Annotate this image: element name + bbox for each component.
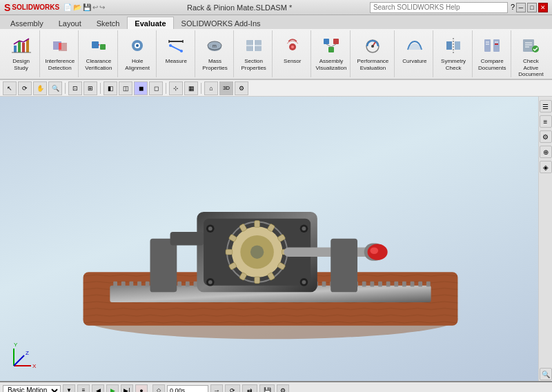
svg-rect-54 <box>137 282 141 287</box>
svg-rect-30 <box>328 47 334 52</box>
minus-icon[interactable]: ─ <box>516 3 526 12</box>
search-input[interactable] <box>370 2 508 13</box>
svg-rect-123 <box>331 239 357 293</box>
logo-s: S <box>4 2 10 13</box>
viewport-wrapper: Y X Z ☰ ≡ ⚙ ⊕ ◈ 🔍 <box>0 97 552 381</box>
check-active-button[interactable]: Check ActiveDocument <box>514 33 547 79</box>
step-forward-button[interactable]: ▶| <box>121 384 133 393</box>
group-assembly-viz-items: AssemblyVisualization <box>315 30 348 77</box>
svg-rect-77 <box>322 282 326 287</box>
search-icon[interactable]: 🔍 <box>540 368 552 380</box>
perf-eval-button[interactable]: PerformanceEvaluation <box>353 33 393 72</box>
section-view[interactable]: ▦ <box>184 81 198 95</box>
record-button[interactable]: ● <box>135 384 148 393</box>
sep1 <box>65 83 66 94</box>
curvature-button[interactable]: Curvature <box>398 33 431 72</box>
perf-eval-icon <box>362 35 384 57</box>
svg-line-126 <box>14 355 24 366</box>
svg-rect-52 <box>121 282 126 287</box>
new-icon[interactable]: 📄 <box>63 3 72 11</box>
design-study-button[interactable]: DesignStudy <box>5 33 38 72</box>
motion-type-select[interactable]: Basic Motion <box>3 385 61 393</box>
wireframe[interactable]: ◻ <box>149 81 163 95</box>
pointer-tool[interactable]: ↖ <box>3 81 17 95</box>
symmetry-button[interactable]: SymmetryCheck <box>437 33 470 72</box>
assembly-viz-button[interactable]: AssemblyVisualization <box>315 33 348 72</box>
save-icon[interactable]: 💾 <box>83 3 91 11</box>
hidden-lines[interactable]: ◫ <box>119 81 132 95</box>
hole-button[interactable]: HoleAlignment <box>121 33 154 72</box>
view-options[interactable]: ⚙ <box>235 81 248 95</box>
svg-rect-105 <box>255 221 260 228</box>
svg-point-104 <box>250 246 264 259</box>
ribbon-tab-bar: Assembly Layout Sketch Evaluate SOLIDWOR… <box>0 15 552 29</box>
group-symmetry-items: SymmetryCheck <box>437 30 470 77</box>
motion-toolbar: Basic Motion ▼ ≡ ◀ ▶ ▶| ● ◇ 0.00s → ⟳ ⇄ … <box>0 382 552 392</box>
group-clearance-items: ClearanceVerification <box>82 30 115 77</box>
question-icon[interactable]: ? <box>511 3 515 12</box>
measure-button[interactable]: Measure <box>159 33 193 72</box>
symmetry-icon <box>442 35 464 57</box>
zoom-fit[interactable]: ⊡ <box>68 81 82 95</box>
shaded[interactable]: ◼ <box>134 81 148 95</box>
3d-viewport[interactable]: Y X Z ☰ ≡ ⚙ ⊕ ◈ 🔍 <box>0 97 552 381</box>
group-compare-items: CompareDocuments <box>475 30 509 77</box>
view-3d[interactable]: 3D <box>219 81 233 95</box>
assembly-viz-icon <box>320 35 342 57</box>
section-button[interactable]: SectionProperties <box>237 33 270 72</box>
compare-button[interactable]: CompareDocuments <box>475 33 509 72</box>
svg-rect-2 <box>22 43 25 52</box>
view-orient[interactable]: ⌂ <box>204 81 218 95</box>
close-icon[interactable]: ✕ <box>538 3 548 12</box>
zoom-tool[interactable]: 🔍 <box>48 81 62 95</box>
display-style[interactable]: ◧ <box>103 81 117 95</box>
loop-button[interactable]: ⟳ <box>225 384 240 393</box>
interference-button[interactable]: InterferenceDetection <box>43 33 77 72</box>
svg-point-96 <box>302 227 306 231</box>
filter-button[interactable]: ▼ <box>63 384 75 393</box>
redo-icon[interactable]: ↪ <box>99 3 105 11</box>
dim-xpert-icon[interactable]: ⊕ <box>540 146 552 158</box>
restore-icon[interactable]: □ <box>527 3 537 12</box>
group-mass: m MassProperties <box>197 30 234 77</box>
mass-icon: m <box>204 35 226 57</box>
clearance-icon <box>88 35 110 57</box>
play-button[interactable]: ▶ <box>106 384 119 393</box>
play-back-button[interactable]: ◀ <box>92 384 104 393</box>
bounce-button[interactable]: ⇄ <box>242 384 257 393</box>
group-hole: HoleAlignment <box>119 30 157 77</box>
tab-evaluate[interactable]: Evaluate <box>127 17 173 29</box>
svg-rect-121 <box>150 239 177 293</box>
svg-point-17 <box>169 44 172 47</box>
clearance-button[interactable]: ClearanceVerification <box>82 33 115 72</box>
svg-rect-114 <box>226 249 233 255</box>
properties-button[interactable]: ≡ <box>77 384 90 393</box>
group-design-study-items: DesignStudy <box>5 30 38 76</box>
standard-views[interactable]: ⊹ <box>169 81 183 95</box>
tab-addins[interactable]: SOLIDWORKS Add-Ins <box>174 17 268 29</box>
open-icon[interactable]: 📂 <box>73 3 81 11</box>
pan-tool[interactable]: ✋ <box>33 81 47 95</box>
config-manager-icon[interactable]: ⚙ <box>540 130 552 143</box>
tab-sketch[interactable]: Sketch <box>89 17 128 29</box>
save-anim[interactable]: 💾 <box>259 384 275 393</box>
undo-icon[interactable]: ↩ <box>92 3 98 11</box>
hole-icon <box>126 35 148 57</box>
key-button[interactable]: ◇ <box>152 384 165 393</box>
feature-tree-icon[interactable]: ☰ <box>540 100 552 112</box>
sim-settings[interactable]: ⚙ <box>277 384 289 393</box>
svg-rect-86 <box>394 282 398 287</box>
svg-text:m: m <box>213 43 217 48</box>
sensor-button[interactable]: Sensor <box>276 33 309 72</box>
rotate-tool[interactable]: ⟳ <box>18 81 32 95</box>
group-curvature-items: Curvature <box>398 30 431 77</box>
zoom-selected[interactable]: ⊞ <box>83 81 97 95</box>
tab-layout[interactable]: Layout <box>51 17 89 29</box>
display-manager-icon[interactable]: ◈ <box>540 161 552 173</box>
symmetry-label: SymmetryCheck <box>441 58 466 71</box>
tab-assembly[interactable]: Assembly <box>3 17 51 29</box>
group-section-items: SectionProperties <box>237 30 270 77</box>
arrow-right[interactable]: → <box>210 384 223 393</box>
mass-button[interactable]: m MassProperties <box>198 33 231 72</box>
property-manager-icon[interactable]: ≡ <box>540 115 552 128</box>
